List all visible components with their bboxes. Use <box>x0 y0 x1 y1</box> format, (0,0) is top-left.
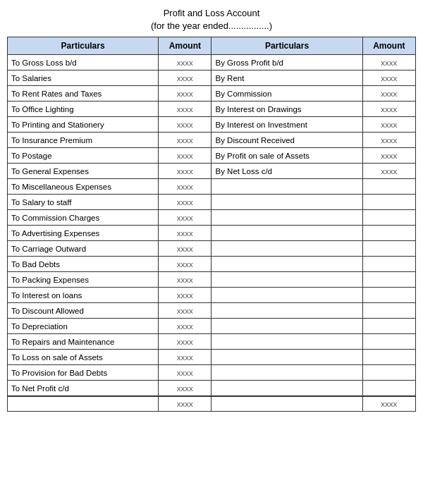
right-amount-1: xxxx <box>362 70 415 86</box>
right-amount-11 <box>362 226 415 241</box>
right-amount-7: xxxx <box>362 164 415 179</box>
left-particulars-2: To Rent Rates and Taxes <box>8 86 159 102</box>
main-container: Profit and Loss Account (for the year en… <box>7 7 416 497</box>
left-amount-0: xxxx <box>159 55 212 70</box>
right-particulars-13 <box>212 257 362 272</box>
left-particulars-7: To General Expenses <box>8 164 159 179</box>
right-amount-19 <box>362 350 415 365</box>
right-particulars-19 <box>212 350 362 365</box>
header-amount-left: Amount <box>159 37 212 55</box>
left-particulars-22 <box>8 396 159 412</box>
right-particulars-5: By Discount Received <box>212 133 362 148</box>
left-particulars-8: To Miscellaneous Expenses <box>8 179 159 195</box>
right-particulars-11 <box>212 226 362 241</box>
left-amount-3: xxxx <box>159 102 212 117</box>
right-amount-22: xxxx <box>362 396 415 412</box>
left-particulars-3: To Office Lighting <box>8 102 159 117</box>
right-amount-3: xxxx <box>362 102 415 117</box>
right-particulars-4: By Interest on Investment <box>212 117 362 133</box>
left-particulars-10: To Commission Charges <box>8 210 159 226</box>
title: Profit and Loss Account (for the year en… <box>7 7 416 32</box>
right-amount-15 <box>362 288 415 303</box>
right-particulars-2: By Commission <box>212 86 362 102</box>
right-amount-5: xxxx <box>362 133 415 148</box>
right-amount-10 <box>362 210 415 226</box>
title-line1: Profit and Loss Account <box>7 7 416 20</box>
right-amount-4: xxxx <box>362 117 415 133</box>
right-amount-13 <box>362 257 415 272</box>
right-amount-9 <box>362 195 415 210</box>
right-particulars-6: By Profit on sale of Assets <box>212 148 362 164</box>
left-amount-20: xxxx <box>159 365 212 381</box>
left-particulars-11: To Advertising Expenses <box>8 226 159 241</box>
left-amount-10: xxxx <box>159 210 212 226</box>
left-particulars-17: To Depreciation <box>8 319 159 334</box>
left-particulars-9: To Salary to staff <box>8 195 159 210</box>
right-particulars-20 <box>212 365 362 381</box>
left-particulars-1: To Salaries <box>8 70 159 86</box>
left-amount-8: xxxx <box>159 179 212 195</box>
right-particulars-8 <box>212 179 362 195</box>
right-amount-20 <box>362 365 415 381</box>
left-particulars-6: To Postage <box>8 148 159 164</box>
left-particulars-18: To Repairs and Maintenance <box>8 334 159 350</box>
left-particulars-12: To Carriage Outward <box>8 241 159 257</box>
left-amount-7: xxxx <box>159 164 212 179</box>
left-amount-5: xxxx <box>159 133 212 148</box>
left-particulars-15: To Interest on loans <box>8 288 159 303</box>
right-amount-17 <box>362 319 415 334</box>
left-particulars-20: To Provision for Bad Debts <box>8 365 159 381</box>
header-particulars-right: Particulars <box>212 37 362 55</box>
left-amount-17: xxxx <box>159 319 212 334</box>
left-amount-16: xxxx <box>159 303 212 319</box>
left-amount-14: xxxx <box>159 272 212 288</box>
right-particulars-3: By Interest on Drawings <box>212 102 362 117</box>
left-particulars-13: To Bad Debts <box>8 257 159 272</box>
title-line2: (for the year ended................) <box>7 20 416 32</box>
right-amount-16 <box>362 303 415 319</box>
left-amount-15: xxxx <box>159 288 212 303</box>
right-particulars-18 <box>212 334 362 350</box>
left-amount-4: xxxx <box>159 117 212 133</box>
left-particulars-5: To Insurance Premium <box>8 133 159 148</box>
right-amount-2: xxxx <box>362 86 415 102</box>
right-amount-21 <box>362 381 415 396</box>
left-amount-2: xxxx <box>159 86 212 102</box>
left-amount-9: xxxx <box>159 195 212 210</box>
right-particulars-7: By Net Loss c/d <box>212 164 362 179</box>
right-amount-14 <box>362 272 415 288</box>
left-amount-6: xxxx <box>159 148 212 164</box>
left-amount-18: xxxx <box>159 334 212 350</box>
left-particulars-16: To Discount Allowed <box>8 303 159 319</box>
right-particulars-21 <box>212 381 362 396</box>
right-particulars-10 <box>212 210 362 226</box>
left-particulars-4: To Printing and Stationery <box>8 117 159 133</box>
left-amount-19: xxxx <box>159 350 212 365</box>
right-particulars-14 <box>212 272 362 288</box>
right-particulars-0: By Gross Profit b/d <box>212 55 362 70</box>
left-particulars-19: To Loss on sale of Assets <box>8 350 159 365</box>
right-particulars-16 <box>212 303 362 319</box>
left-amount-22: xxxx <box>159 396 212 412</box>
left-amount-12: xxxx <box>159 241 212 257</box>
right-particulars-9 <box>212 195 362 210</box>
left-particulars-0: To Gross Loss b/d <box>8 55 159 70</box>
right-particulars-17 <box>212 319 362 334</box>
left-amount-1: xxxx <box>159 70 212 86</box>
right-particulars-12 <box>212 241 362 257</box>
left-amount-13: xxxx <box>159 257 212 272</box>
header-particulars-left: Particulars <box>8 37 159 55</box>
left-particulars-14: To Packing Expenses <box>8 272 159 288</box>
left-amount-11: xxxx <box>159 226 212 241</box>
right-amount-12 <box>362 241 415 257</box>
right-particulars-15 <box>212 288 362 303</box>
header-amount-right: Amount <box>362 37 415 55</box>
right-particulars-1: By Rent <box>212 70 362 86</box>
right-particulars-22 <box>212 396 362 412</box>
right-amount-8 <box>362 179 415 195</box>
left-amount-21: xxxx <box>159 381 212 396</box>
left-particulars-21: To Net Profit c/d <box>8 381 159 396</box>
right-amount-6: xxxx <box>362 148 415 164</box>
right-amount-0: xxxx <box>362 55 415 70</box>
right-amount-18 <box>362 334 415 350</box>
